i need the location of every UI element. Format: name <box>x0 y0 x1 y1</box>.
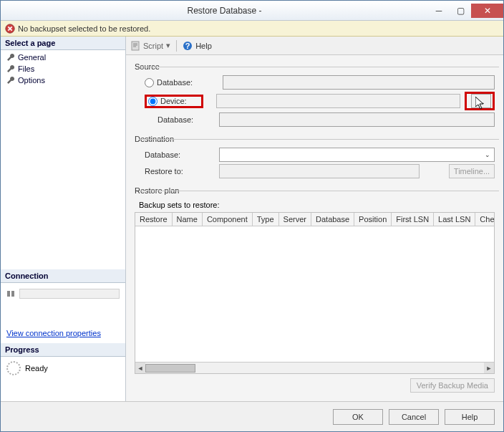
content: Select a page General Files Options Conn… <box>1 37 503 401</box>
help-footer-button[interactable]: Help <box>445 409 495 425</box>
sidebar-item-files[interactable]: Files <box>1 63 125 75</box>
connection-header: Connection <box>1 269 125 283</box>
grid-header-row: Restore Name Component Type Server Datab… <box>135 213 494 226</box>
dest-database-combo[interactable]: ⌄ <box>219 148 495 162</box>
help-icon: ? <box>183 41 193 51</box>
source-group: Source Database: Device: <box>135 62 495 129</box>
grid-col[interactable]: Checkpoint LSN <box>475 213 495 226</box>
restore-plan-header: Restore plan <box>135 186 183 195</box>
wrench-icon <box>6 64 15 73</box>
grid-col[interactable]: First LSN <box>392 213 434 226</box>
connection-value <box>19 289 120 299</box>
wrench-icon <box>6 76 15 85</box>
timeline-button[interactable]: Timeline... <box>449 164 495 178</box>
grid-col[interactable]: Server <box>279 213 311 226</box>
source-subdb-combo[interactable] <box>219 112 495 127</box>
window: Restore Database - ─ ▢ ✕ No backupset se… <box>0 0 504 432</box>
backup-sets-label: Backup sets to restore: <box>139 201 495 209</box>
grid-col[interactable]: Name <box>173 213 203 226</box>
chevron-down-icon: ⌄ <box>483 150 493 160</box>
dest-header: Destination <box>135 135 178 143</box>
grid-col[interactable]: Position <box>354 213 392 226</box>
window-title: Restore Database - <box>21 6 428 16</box>
restore-to-field[interactable] <box>219 164 420 178</box>
minimize-button[interactable]: ─ <box>428 4 450 18</box>
source-header: Source <box>135 62 164 71</box>
svg-rect-1 <box>7 291 10 297</box>
source-database-combo[interactable] <box>223 75 495 90</box>
select-page-header: Select a page <box>1 37 125 50</box>
footer: OK Cancel Help <box>1 401 503 431</box>
restore-plan-group: Restore plan Backup sets to restore: Res… <box>135 186 495 393</box>
sidebar-item-label: Files <box>18 64 34 73</box>
source-device-field[interactable] <box>216 94 460 108</box>
grid-col[interactable]: Restore <box>135 213 173 226</box>
toolbar: Script ▾ ? Help <box>126 37 503 55</box>
titlebar: Restore Database - ─ ▢ ✕ <box>1 1 503 21</box>
main-panel: Script ▾ ? Help Source Database: <box>126 37 503 401</box>
source-database-label: Database: <box>157 78 213 87</box>
connection-panel <box>1 283 125 302</box>
grid-col[interactable]: Database <box>311 213 354 226</box>
maximize-button[interactable]: ▢ <box>450 4 471 18</box>
sidebar-item-options[interactable]: Options <box>1 75 125 86</box>
close-button[interactable]: ✕ <box>471 4 503 18</box>
svg-text:?: ? <box>185 42 190 50</box>
scroll-thumb[interactable] <box>145 364 195 373</box>
sidebar-item-label: General <box>18 53 46 62</box>
ok-button[interactable]: OK <box>333 409 383 425</box>
help-button[interactable]: Help <box>195 42 212 50</box>
grid-col[interactable]: Type <box>253 213 279 226</box>
main-body: Source Database: Device: <box>126 55 503 401</box>
source-device-label: Device: <box>160 97 187 105</box>
view-connection-link[interactable]: View connection properties <box>1 323 125 343</box>
script-button[interactable]: Script <box>143 42 163 50</box>
browse-device-button[interactable]: ... <box>471 94 491 108</box>
server-icon <box>6 289 16 298</box>
warning-bar: No backupset selected to be restored. <box>1 21 503 37</box>
grid-col[interactable]: Last LSN <box>434 213 475 226</box>
page-list: General Files Options <box>1 50 125 87</box>
scroll-right-icon[interactable]: ► <box>484 363 494 374</box>
scroll-left-icon[interactable]: ◄ <box>135 363 145 374</box>
sidebar-item-general[interactable]: General <box>1 52 125 63</box>
progress-status: Ready <box>25 364 48 373</box>
wrench-icon <box>6 53 15 62</box>
svg-rect-3 <box>132 42 139 50</box>
restore-to-label: Restore to: <box>145 167 203 176</box>
chevron-down-icon <box>483 115 493 125</box>
warning-text: No backupset selected to be restored. <box>18 24 150 33</box>
sidebar: Select a page General Files Options Conn… <box>1 37 126 401</box>
cancel-button[interactable]: Cancel <box>389 409 439 425</box>
dest-database-label: Database: <box>145 150 203 159</box>
source-database-radio[interactable] <box>145 78 154 87</box>
svg-rect-2 <box>11 291 14 297</box>
source-device-radio[interactable] <box>148 97 158 106</box>
progress-row: Ready <box>1 357 125 380</box>
verify-backup-button[interactable]: Verify Backup Media <box>410 378 495 393</box>
sidebar-item-label: Options <box>18 76 45 85</box>
progress-header: Progress <box>1 343 125 357</box>
backup-grid[interactable]: Restore Name Component Type Server Datab… <box>135 212 495 374</box>
error-icon <box>5 24 15 34</box>
script-dropdown[interactable]: ▾ <box>166 41 170 50</box>
h-scrollbar[interactable]: ◄ ► <box>135 362 494 373</box>
grid-col[interactable]: Component <box>203 213 253 226</box>
destination-group: Destination Database: ⌄ Restore to: Time… <box>135 135 495 181</box>
script-icon <box>130 41 140 51</box>
source-subdb-label: Database: <box>145 115 203 124</box>
chevron-down-icon <box>483 77 493 87</box>
grid-body <box>135 226 494 362</box>
progress-spinner-icon <box>6 361 21 375</box>
